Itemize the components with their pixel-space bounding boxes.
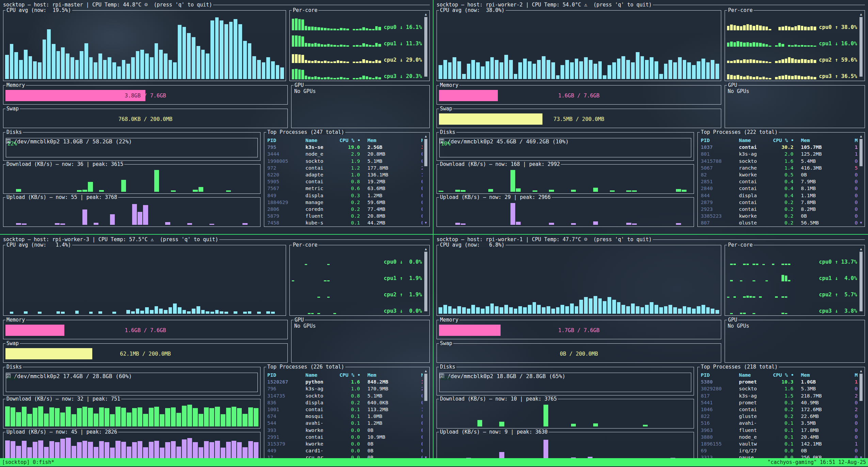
scrollbar-thumb[interactable]	[424, 139, 427, 166]
process-scrollbar[interactable]: ▲ ▼	[859, 134, 863, 225]
gpu-status-text: No GPUs	[294, 323, 316, 329]
scroll-up-icon[interactable]: ▲	[859, 369, 863, 373]
scroll-up-icon[interactable]: ▲	[859, 247, 863, 251]
process-cell: 0.2	[773, 407, 801, 412]
scrollbar-thumb[interactable]	[859, 252, 863, 311]
process-column-header[interactable]: PID	[267, 138, 305, 143]
graph-bar	[121, 408, 126, 426]
process-scrollbar[interactable]: ▲ ▼	[424, 134, 428, 225]
process-column-header[interactable]: PID	[701, 138, 739, 143]
process-column-header[interactable]: Mem %	[421, 138, 423, 143]
process-cell: 0.04%	[855, 420, 858, 426]
graph-bar	[504, 55, 508, 79]
process-column-header[interactable]: Name	[739, 138, 773, 143]
process-scrollbar[interactable]: ▲ ▼	[424, 369, 428, 458]
scroll-up-icon[interactable]: ▲	[424, 247, 428, 251]
memory-gauge: 1.7GB / 7.6GB	[439, 324, 719, 337]
tmux-horizontal-divider-right[interactable]	[433, 234, 868, 235]
graph-bar	[589, 298, 593, 314]
graph-bar	[11, 407, 15, 426]
graph-bar	[499, 452, 504, 458]
process-cell: 136.1MB	[367, 172, 421, 177]
scrollbar-thumb[interactable]	[424, 17, 427, 77]
percore-scrollbar[interactable]: ▲	[859, 247, 863, 314]
process-column-header[interactable]: Mem %	[855, 138, 858, 143]
scrollbar-thumb[interactable]	[859, 17, 863, 77]
graph-bar	[88, 408, 93, 426]
graph-bar	[298, 69, 301, 79]
graph-bar	[359, 77, 362, 79]
process-column-header[interactable]: Mem %	[855, 372, 858, 378]
scroll-down-icon[interactable]: ▼	[859, 455, 863, 458]
graph-bar	[88, 442, 93, 458]
graph-bar	[495, 306, 499, 314]
scroll-up-icon[interactable]: ▲	[859, 12, 863, 16]
process-cell: 2.28%	[421, 165, 423, 171]
graph-bar	[206, 53, 209, 79]
graph-bar	[196, 306, 200, 314]
graph-bar	[103, 60, 107, 79]
scrollbar-thumb[interactable]	[424, 252, 427, 311]
percore-scrollbar[interactable]: ▲	[424, 12, 428, 79]
process-cell: 0.1	[340, 407, 367, 412]
process-column-header[interactable]: PID	[267, 372, 305, 378]
process-column-header[interactable]: Mem	[801, 138, 855, 143]
process-cell: 0.2	[773, 414, 801, 419]
graph-bar	[504, 305, 508, 314]
process-column-header[interactable]: PID	[701, 372, 739, 378]
cpu-avg-label: CPU avg (now: 19.5%)	[5, 7, 72, 13]
process-column-header[interactable]: Name	[305, 372, 340, 378]
graph-bar	[234, 311, 237, 314]
graph-bar	[740, 60, 742, 63]
scrollbar-thumb[interactable]	[859, 139, 863, 166]
download-label: Download (KB/s) — now: 10 | peak: 3765	[439, 396, 558, 402]
process-column-header[interactable]: CPU % •	[340, 372, 367, 378]
scroll-up-icon[interactable]: ▲	[424, 369, 428, 373]
percore-label: Per-core	[292, 7, 318, 13]
graph-bar	[295, 18, 297, 30]
graph-bar	[788, 76, 790, 79]
tmux-window-list[interactable]: [socktop] 0:fish*	[2, 459, 54, 465]
tmux-vertical-divider[interactable]	[433, 0, 433, 458]
graph-bar	[160, 414, 164, 426]
process-column-header[interactable]: CPU % •	[340, 138, 367, 143]
scroll-down-icon[interactable]: ▼	[859, 220, 863, 225]
tmux-horizontal-divider-left[interactable]	[0, 234, 433, 235]
graph-bar	[730, 42, 732, 47]
process-column-header[interactable]: Mem	[367, 372, 421, 378]
process-column-header[interactable]: Name	[739, 372, 773, 378]
graph-bar	[209, 408, 214, 426]
percore-value-label: cpu3 ↓ 0.0%	[384, 308, 422, 314]
graph-bar	[98, 53, 102, 79]
scroll-up-icon[interactable]: ▲	[424, 12, 428, 16]
percore-scrollbar[interactable]: ▲	[859, 12, 863, 79]
graph-bar	[547, 60, 550, 79]
graph-bar	[311, 313, 314, 314]
scroll-down-icon[interactable]: ▼	[424, 455, 428, 458]
scrollbar-thumb[interactable]	[859, 374, 863, 401]
scroll-up-icon[interactable]: ▲	[859, 134, 863, 138]
process-cell: contai	[739, 179, 773, 184]
scrollbar-thumb[interactable]	[424, 374, 427, 401]
process-cell: k3s-ag	[739, 151, 773, 157]
process-scrollbar[interactable]: ▲ ▼	[859, 369, 863, 458]
process-column-header[interactable]: Name	[305, 138, 340, 143]
process-column-header[interactable]: Mem	[801, 372, 855, 378]
graph-bar	[199, 447, 203, 458]
memory-total-value: / 7.6GB	[141, 327, 166, 333]
process-column-header[interactable]: CPU % •	[773, 372, 801, 378]
process-column-header[interactable]: Mem %	[421, 372, 423, 378]
scroll-up-icon[interactable]: ▲	[424, 134, 428, 138]
memory-swap-column: Memory 3.8GB / 7.6GB Swap 768.0KB / 200.…	[3, 85, 288, 128]
graph-bar	[749, 43, 752, 47]
graph-bar	[565, 306, 569, 314]
process-column-header[interactable]: CPU % •	[773, 138, 801, 143]
scroll-down-icon[interactable]: ▼	[424, 220, 428, 225]
graph-bar	[753, 60, 755, 63]
gpu-label: GPU	[294, 317, 305, 323]
graph-bar	[60, 439, 65, 458]
process-column-header[interactable]: Mem	[367, 138, 421, 143]
graph-bar	[730, 25, 732, 30]
process-cell: 0.2	[340, 400, 367, 405]
percore-scrollbar[interactable]: ▲	[424, 247, 428, 314]
